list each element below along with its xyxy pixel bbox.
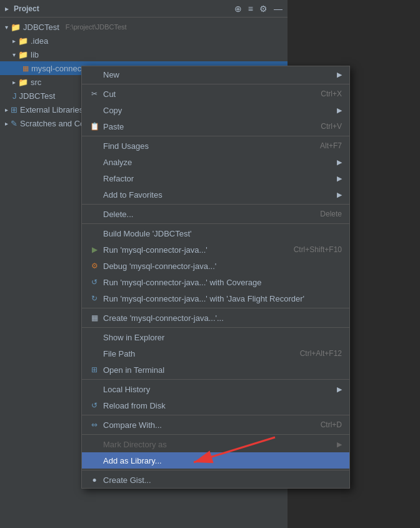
menu-item-paste[interactable]: 📋 Paste Ctrl+V: [82, 118, 349, 135]
expand-arrow: ▾: [12, 51, 16, 58]
submenu-arrow: ▶: [337, 191, 342, 199]
expand-arrow: ▸: [5, 120, 8, 127]
expand-arrow: ▸: [12, 38, 16, 44]
menu-item-new[interactable]: New ▶: [82, 66, 349, 83]
profiler-icon: ↻: [89, 294, 99, 303]
separator: [82, 204, 349, 205]
tree-item-label: lib: [31, 50, 39, 59]
submenu-arrow: ▶: [337, 158, 342, 166]
menu-item-create[interactable]: ▦ Create 'mysql-connector-java...'...: [82, 310, 349, 326]
menu-item-run[interactable]: ▶ Run 'mysql-connector-java...' Ctrl+Shi…: [82, 241, 349, 258]
title-bar: ▸ Project ⊕ ≡ ⚙ —: [0, 0, 288, 18]
menu-item-find-usages[interactable]: Find Usages Alt+F7: [82, 138, 349, 154]
menu-item-file-path[interactable]: File Path Ctrl+Alt+F12: [82, 345, 349, 362]
paste-icon: 📋: [89, 122, 99, 131]
project-path: F:\project\JDBCTest: [66, 23, 127, 31]
run-icon: ▶: [89, 245, 99, 254]
tree-item-label: src: [31, 78, 41, 87]
menu-item-build-module[interactable]: Build Module 'JDBCTest': [82, 225, 349, 241]
submenu-arrow: ▶: [337, 440, 342, 449]
debug-icon: ⚙: [89, 261, 99, 270]
menu-item-open-terminal[interactable]: ⊞ Open in Terminal: [82, 362, 349, 378]
separator: [82, 136, 349, 136]
red-arrow-indicator: [169, 431, 281, 469]
add-icon[interactable]: ⊕: [234, 4, 242, 14]
tree-item-label: External Libraries: [20, 105, 83, 114]
folder-icon: 📁: [18, 36, 28, 46]
menu-item-show-explorer[interactable]: Show in Explorer: [82, 329, 349, 345]
expand-arrow: ▸: [5, 106, 8, 113]
menu-item-debug[interactable]: ⚙ Debug 'mysql-connector-java...': [82, 258, 349, 274]
submenu-arrow: ▶: [337, 106, 342, 114]
cut-icon: [89, 89, 99, 98]
tree-item-jdbctest[interactable]: ▾ 📁 JDBCTest F:\project\JDBCTest: [0, 20, 288, 34]
panel-title: Project: [14, 4, 39, 13]
menu-item-local-history[interactable]: Local History ▶: [82, 381, 349, 397]
coverage-icon: ↺: [89, 278, 99, 287]
scratches-icon: ✎: [11, 119, 18, 128]
separator: [82, 308, 349, 308]
tree-item-label: JDBCTest: [23, 23, 59, 32]
tree-item-idea[interactable]: ▸ 📁 .idea: [0, 34, 288, 48]
compare-icon: ⇔: [89, 420, 99, 429]
submenu-arrow: ▶: [337, 385, 342, 393]
separator: [82, 415, 349, 415]
menu-item-delete[interactable]: Delete... Delete: [82, 206, 349, 222]
layout-icon[interactable]: ≡: [248, 4, 253, 14]
menu-item-refactor[interactable]: Refactor ▶: [82, 170, 349, 186]
separator: [82, 223, 349, 224]
create-icon: ▦: [89, 313, 99, 322]
github-icon: ●: [89, 475, 99, 484]
expand-arrow: ▸: [12, 79, 16, 86]
tree-item-label: JDBCTest: [19, 91, 56, 101]
submenu-arrow: ▶: [337, 71, 342, 79]
jar-icon: ▦: [22, 64, 29, 73]
context-menu: New ▶ Cut Ctrl+X Copy ▶ 📋 Paste Ctrl+V F…: [81, 66, 350, 489]
menu-item-create-gist[interactable]: ● Create Gist...: [82, 472, 349, 488]
settings-icon[interactable]: ⚙: [259, 4, 268, 14]
minimize-icon[interactable]: —: [274, 4, 282, 14]
menu-item-analyze[interactable]: Analyze ▶: [82, 154, 349, 170]
svg-line-1: [194, 437, 275, 462]
submenu-arrow: ▶: [337, 175, 342, 183]
expand-arrow: ▾: [5, 24, 8, 31]
menu-item-add-favorites[interactable]: Add to Favorites ▶: [82, 186, 349, 203]
reload-icon: ↺: [89, 401, 99, 410]
tree-item-label: .idea: [31, 36, 48, 46]
project-icon: ▸: [5, 4, 9, 13]
separator: [82, 379, 349, 380]
external-lib-icon: ⊞: [11, 105, 18, 114]
project-folder-icon: 📁: [11, 23, 21, 32]
separator: [82, 327, 349, 328]
menu-item-cut[interactable]: Cut Ctrl+X: [82, 86, 349, 102]
separator: [82, 84, 349, 84]
separator: [82, 470, 349, 470]
tree-item-lib[interactable]: ▾ 📁 lib: [0, 48, 288, 61]
folder-icon: 📁: [18, 50, 28, 59]
java-file-icon: J: [12, 91, 17, 101]
menu-item-copy[interactable]: Copy ▶: [82, 102, 349, 118]
menu-item-reload-disk[interactable]: ↺ Reload from Disk: [82, 397, 349, 414]
title-bar-actions: ⊕ ≡ ⚙ —: [234, 4, 282, 14]
terminal-icon: ⊞: [89, 365, 99, 374]
folder-icon: 📁: [18, 78, 28, 87]
menu-item-run-coverage[interactable]: ↺ Run 'mysql-connector-java...' with Cov…: [82, 274, 349, 290]
menu-item-run-profiler[interactable]: ↻ Run 'mysql-connector-java...' with 'Ja…: [82, 290, 349, 307]
